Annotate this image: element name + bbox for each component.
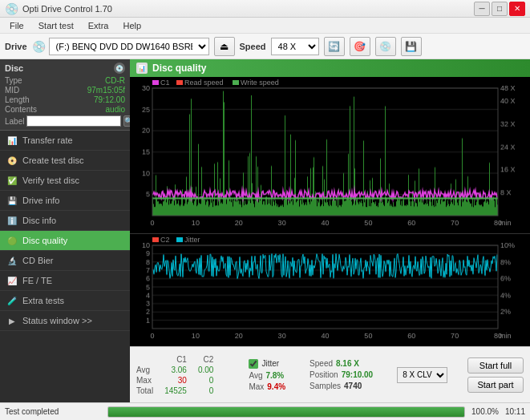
disc-contents-row: Contents audio [5,105,125,114]
sidebar-item-label: Extra tests [22,296,64,305]
target-button[interactable]: 🎯 [350,37,370,56]
stat-label-total: Total [136,386,164,396]
label-input[interactable] [26,115,121,127]
sidebar-item-label: Verify test disc [22,176,79,185]
disc-button[interactable]: 💿 [375,37,396,56]
disc-header: Disc 💿 [5,63,125,74]
jitter-max-row: Max 9.4% [249,382,285,391]
menu-file[interactable]: File [3,19,30,32]
menu-help[interactable]: Help [116,19,148,32]
chart1 [130,77,530,234]
chart1-canvas [130,77,530,233]
sidebar-item-status-window[interactable]: ▶ Status window >> [0,311,130,331]
disc-mid-row: MID 97m15:05f [5,86,125,95]
speed-key: Speed [310,359,333,368]
disc-quality-header-icon: 📊 [136,63,148,74]
sidebar-item-label: Transfer rate [22,135,73,145]
eject-button[interactable]: ⏏ [214,37,235,56]
position-key: Position [310,370,338,379]
stat-header-c2: C2 [198,354,225,365]
fe-te-icon: 📈 [6,275,18,286]
sidebar-item-cd-bier[interactable]: 🔬 CD Bier [0,251,130,271]
jitter-max-label: Max [249,382,264,391]
status-window-icon: ▶ [6,315,18,326]
sidebar-item-label: Drive info [22,196,59,205]
speed-select[interactable]: 48 X [271,38,319,55]
status-text: Test completed [5,407,101,416]
stat-header-c1: C1 [164,354,198,365]
sidebar-item-label: FE / TE [22,276,52,285]
jitter-section: Jitter Avg 7.8% Max 9.4% [249,359,285,391]
stat-c1-avg: 3.06 [164,365,198,375]
menu-extra[interactable]: Extra [82,19,115,32]
extra-tests-icon: 🧪 [6,295,18,306]
sidebar-item-disc-info[interactable]: ℹ️ Disc info [0,211,130,231]
jitter-max-val: 9.4% [267,382,285,391]
main-area: Disc 💿 Type CD-R MID 97m15:05f Length 79… [0,59,530,402]
contents-val: audio [106,105,125,114]
start-full-button[interactable]: Start full [467,357,524,374]
drive-label: Drive [5,42,27,51]
speed-mode-section: 8 X CLV [397,367,447,383]
stat-row-avg: Avg 3.06 0.00 [136,365,225,375]
stats-table: C1 C2 Avg 3.06 0.00 Max 30 0 [136,354,225,396]
sidebar-item-fe-te[interactable]: 📈 FE / TE [0,271,130,291]
start-part-button[interactable]: Start part [467,377,524,393]
speed-mode-select[interactable]: 8 X CLV [397,367,447,383]
save-button[interactable]: 💾 [401,37,422,56]
position-row: Position 79:10.00 [310,370,373,379]
drive-dropdown[interactable]: (F:) BENQ DVD DD DW1640 BSRB [49,38,209,55]
disc-length-row: Length 79:12.00 [5,95,125,104]
menu-start-test[interactable]: Start test [32,19,80,32]
stat-c2-max: 0 [198,375,225,386]
type-key: Type [5,76,22,85]
speed-label: Speed [240,42,266,51]
verify-test-disc-icon: ✅ [6,175,18,186]
status-bar: Test completed 100.0% 10:11 [0,402,530,420]
minimize-button[interactable]: ─ [474,2,490,16]
sidebar-item-extra-tests[interactable]: 🧪 Extra tests [0,291,130,311]
toolbar: Drive 💿 (F:) BENQ DVD DD DW1640 BSRB ⏏ S… [0,34,530,59]
disc-quality-header: 📊 Disc quality [130,59,530,77]
sidebar-item-label: Disc quality [22,236,67,245]
stat-c2-total: 0 [198,386,225,396]
jitter-avg-row: Avg 7.8% [249,371,285,380]
sidebar-item-label: Disc info [22,216,56,225]
charts-container [130,77,530,346]
drive-info-icon: 💾 [6,195,18,206]
samples-row: Samples 4740 [310,382,373,390]
length-key: Length [5,95,30,104]
sidebar-item-disc-quality[interactable]: 🟢 Disc quality [0,231,130,251]
cd-bier-icon: 🔬 [6,255,18,266]
disc-panel: Disc 💿 Type CD-R MID 97m15:05f Length 79… [0,59,130,131]
disc-panel-title: Disc [5,63,23,73]
jitter-avg-label: Avg [249,371,262,380]
chart2 [130,234,530,346]
jitter-checkbox-row: Jitter [249,359,285,369]
mid-val: 97m15:05f [87,86,125,95]
length-val: 79:12.00 [94,95,125,104]
sidebar-item-create-test-disc[interactable]: 📀 Create test disc [0,151,130,171]
close-button[interactable]: ✕ [509,2,525,16]
label-key: Label [5,117,24,126]
disc-info-icon: ℹ️ [6,215,18,226]
disc-quality-panel: 📊 Disc quality [130,59,530,346]
sidebar-item-drive-info[interactable]: 💾 Drive info [0,191,130,211]
samples-key: Samples [310,382,341,390]
progress-fill [108,407,464,417]
label-browse-button[interactable]: 🔍 [123,115,130,127]
refresh-button[interactable]: 🔄 [324,37,345,56]
content-area: 📊 Disc quality C1 [130,59,530,402]
speed-row: Speed 8.16 X [310,359,373,368]
sidebar-item-transfer-rate[interactable]: 📊 Transfer rate [0,131,130,151]
sidebar-item-verify-test-disc[interactable]: ✅ Verify test disc [0,171,130,191]
disc-type-row: Type CD-R [5,76,125,85]
stat-c1-max: 30 [164,375,198,386]
samples-val: 4740 [344,382,362,390]
stat-row-total: Total 14525 0 [136,386,225,396]
jitter-checkbox[interactable] [249,359,258,369]
disc-icon: 💿 [114,63,125,74]
stat-c1-total: 14525 [164,386,198,396]
app-title: Opti Drive Control 1.70 [22,4,112,14]
maximize-button[interactable]: □ [492,2,508,16]
